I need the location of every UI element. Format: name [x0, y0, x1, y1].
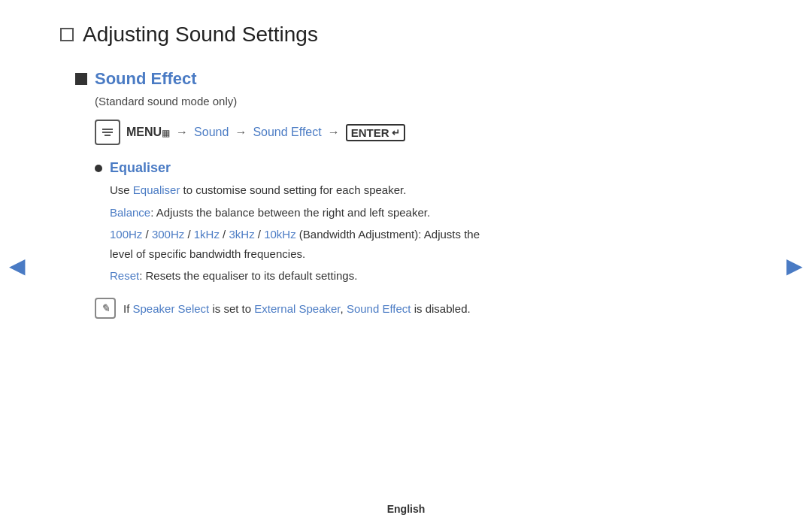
note-icon: ✎ — [95, 298, 116, 319]
balance-link[interactable]: Balance — [110, 206, 150, 219]
note-icon-symbol: ✎ — [101, 302, 110, 314]
nav-arrow-right[interactable]: ▶ — [786, 253, 803, 277]
1khz-link[interactable]: 1kHz — [194, 228, 220, 241]
menu-path: MENU▦ → Sound → Sound Effect → ENTER↵ — [95, 120, 752, 145]
content-line-2: Balance: Adjusts the balance between the… — [110, 203, 752, 223]
menu-icon — [95, 120, 120, 145]
10khz-link[interactable]: 10kHz — [264, 228, 296, 241]
equaliser-link-1[interactable]: Equaliser — [133, 183, 180, 196]
page-title-container: Adjusting Sound Settings — [60, 23, 752, 47]
note-text: If Speaker Select is set to External Spe… — [123, 298, 471, 319]
300hz-link[interactable]: 300Hz — [152, 228, 184, 241]
bullet-item-equaliser: Equaliser — [95, 160, 752, 176]
content-line-3: 100Hz / 300Hz / 1kHz / 3kHz / 10kHz (Ban… — [110, 225, 752, 263]
menu-sound-effect-link[interactable]: Sound Effect — [253, 126, 321, 139]
reset-link[interactable]: Reset — [110, 269, 139, 282]
section-header: Sound Effect — [75, 69, 752, 89]
external-speaker-link[interactable]: External Speaker — [254, 302, 340, 315]
section-square-icon — [75, 73, 87, 85]
100hz-link[interactable]: 100Hz — [110, 228, 142, 241]
3khz-link[interactable]: 3kHz — [229, 228, 254, 241]
bullet-dot-icon — [95, 165, 102, 172]
note-block: ✎ If Speaker Select is set to External S… — [95, 298, 752, 319]
arrow-3: → — [328, 126, 340, 139]
content-line-4: Reset: Resets the equaliser to its defau… — [110, 266, 752, 286]
enter-arrow-icon: ↵ — [392, 127, 400, 138]
content-line-1: Use Equaliser to customise sound setting… — [110, 180, 752, 200]
menu-sound-link[interactable]: Sound — [194, 126, 229, 139]
nav-arrow-left[interactable]: ◀ — [9, 253, 26, 277]
sound-effect-note-link[interactable]: Sound Effect — [347, 302, 411, 315]
speaker-select-link[interactable]: Speaker Select — [133, 302, 210, 315]
menu-bar-3 — [105, 135, 111, 136]
arrow-1: → — [176, 126, 188, 139]
page-title: Adjusting Sound Settings — [83, 23, 318, 47]
bullet-title: Equaliser — [110, 160, 171, 176]
content-block: Use Equaliser to customise sound setting… — [110, 180, 752, 286]
sound-effect-section: Sound Effect (Standard sound mode only) … — [75, 69, 752, 319]
section-title: Sound Effect — [95, 69, 197, 89]
menu-label: MENU▦ — [126, 126, 170, 139]
footer: English — [0, 503, 812, 515]
enter-icon: ENTER↵ — [346, 124, 405, 141]
enter-label: ENTER — [351, 126, 389, 139]
menu-bar-1 — [102, 129, 113, 130]
section-subtitle: (Standard sound mode only) — [95, 95, 752, 108]
menu-icon-inner — [102, 129, 113, 136]
arrow-2: → — [235, 126, 247, 139]
bullet-section: Equaliser Use Equaliser to customise sou… — [95, 160, 752, 286]
menu-bar-2 — [102, 132, 113, 133]
title-checkbox-icon — [60, 28, 74, 41]
